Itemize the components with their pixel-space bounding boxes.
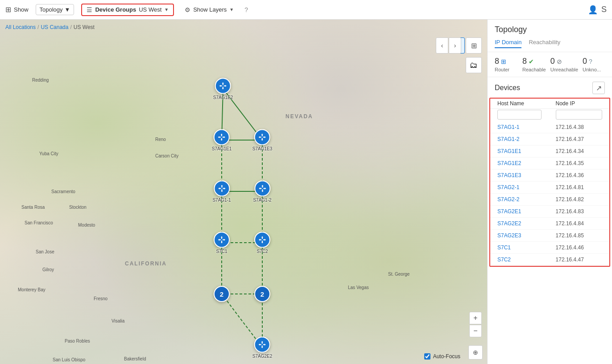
svg-marker-39 — [265, 188, 266, 190]
node-S7AG1E3[interactable]: S7AG1E3 — [252, 129, 272, 151]
svg-marker-12 — [221, 134, 223, 135]
unknown-icon: ? — [589, 58, 592, 65]
node-label-S7AG1-1: S7AG1-1 — [212, 198, 231, 203]
svg-marker-46 — [218, 239, 219, 241]
svg-marker-61 — [261, 347, 263, 348]
svg-marker-38 — [259, 188, 260, 190]
table-row: S7AG1-1 172.16.4.38 — [490, 121, 609, 133]
topology-select[interactable]: Topology ▼ — [36, 4, 74, 15]
auto-focus-bar: Auto-Focus — [424, 353, 460, 360]
svg-marker-47 — [224, 239, 225, 241]
svg-marker-4 — [222, 83, 224, 84]
node-label-S7AG2E2: S7AG2E2 — [252, 354, 272, 359]
layer-icon: 🗂 — [470, 61, 478, 70]
breadcrumb-all-locations[interactable]: All Locations — [5, 24, 36, 30]
node-S7AG1-2[interactable]: S7AG1-2 — [253, 181, 271, 203]
device-hostname[interactable]: S7AG2-1 — [490, 182, 549, 194]
user-icon[interactable]: 👤 — [588, 5, 598, 15]
svg-marker-20 — [261, 134, 263, 135]
panel-header: Topology IP Domain Reachability — [488, 20, 612, 52]
nav-back-button[interactable]: ‹ — [436, 37, 448, 54]
table-row: S7AG1E1 172.16.4.34 — [490, 145, 609, 157]
node-label-S7AG1E3: S7AG1E3 — [252, 146, 272, 151]
panel-tabs: IP Domain Reachability — [495, 39, 605, 48]
table-row: S7AG2-2 172.16.4.82 — [490, 194, 609, 206]
unreachable-count: 0 — [550, 57, 555, 66]
node-S7AG1E2[interactable]: S7AG1E2 — [213, 78, 233, 100]
node-S7AG1-1[interactable]: S7AG1-1 — [212, 181, 231, 203]
node-label-S7AG1E1: S7AG1E1 — [212, 146, 232, 151]
nodeip-filter-input[interactable] — [556, 110, 602, 120]
help-icon[interactable]: ? — [244, 6, 248, 13]
svg-marker-44 — [221, 236, 223, 238]
device-hostname[interactable]: S7C1 — [490, 242, 549, 254]
zoom-out-button[interactable]: − — [469, 325, 482, 337]
device-ip: 172.16.4.82 — [549, 194, 609, 206]
toolbar-right: 👤 S — [588, 5, 607, 15]
svg-marker-53 — [261, 242, 263, 244]
export-button[interactable]: ↗ — [592, 82, 605, 94]
unknown-label: Unkno... — [583, 67, 601, 72]
tab-reachability[interactable]: Reachability — [529, 39, 560, 48]
svg-marker-31 — [224, 188, 225, 190]
reachable-count: 8 — [522, 57, 527, 66]
breadcrumb-current: US West — [74, 24, 95, 30]
right-panel: Topology IP Domain Reachability 8 ⊞ Rout… — [487, 20, 612, 364]
device-ip: 172.16.4.81 — [549, 182, 609, 194]
node-cluster1[interactable]: 2 — [214, 286, 230, 302]
map-area[interactable]: All Locations / US Canada / US West NEVA… — [0, 20, 487, 364]
device-hostname[interactable]: S7AG1-1 — [490, 121, 549, 133]
table-row: S7AG2E1 172.16.4.83 — [490, 206, 609, 218]
svg-marker-55 — [265, 239, 266, 241]
device-ip: 172.16.4.35 — [549, 157, 609, 170]
nav-controls: ‹ › — [436, 37, 461, 54]
breadcrumb-us-canada[interactable]: US Canada — [41, 24, 68, 30]
auto-focus-checkbox[interactable] — [424, 353, 430, 360]
show-layers-button[interactable]: ⚙ Show Layers ▼ — [181, 4, 237, 15]
svg-marker-6 — [219, 85, 221, 87]
node-S7C2[interactable]: S7C2 — [254, 232, 270, 254]
zoom-in-button[interactable]: + — [469, 312, 482, 324]
nav-forward-button[interactable]: › — [449, 37, 461, 54]
layer-toggle-button[interactable]: 🗂 — [466, 57, 482, 73]
node-cluster2[interactable]: 2 — [254, 286, 270, 302]
svg-marker-14 — [218, 136, 219, 138]
device-ip: 172.16.4.34 — [549, 145, 609, 157]
node-S7AG1E1[interactable]: S7AG1E1 — [212, 129, 232, 151]
device-ip: 172.16.4.84 — [549, 218, 609, 230]
device-hostname[interactable]: S7AG2E2 — [490, 218, 549, 230]
svg-marker-62 — [259, 344, 260, 346]
device-hostname[interactable]: S7AG1E1 — [490, 145, 549, 157]
auto-focus-label: Auto-Focus — [433, 353, 460, 360]
node-S7C1[interactable]: S7C1 — [214, 232, 230, 254]
device-hostname[interactable]: S7AG1E2 — [490, 157, 549, 170]
tab-ip-domain[interactable]: IP Domain — [495, 39, 521, 48]
settings-icon[interactable]: S — [601, 5, 607, 14]
show-layers-label: Show Layers — [193, 6, 227, 13]
table-row: S7AG2E2 172.16.4.84 — [490, 218, 609, 230]
hostname-filter-input[interactable] — [497, 110, 542, 120]
svg-marker-13 — [221, 140, 223, 141]
devices-data-table: Host Name Node IP S7AG1-1 172.16.4.38 S7… — [490, 99, 609, 266]
device-hostname[interactable]: S7AG1-2 — [490, 133, 549, 145]
device-groups-button[interactable]: ☰ Device Groups US West ▼ — [81, 4, 174, 16]
breadcrumb: All Locations / US Canada / US West — [5, 24, 95, 30]
node-S7AG2E2[interactable]: S7AG2E2 — [252, 337, 272, 359]
panel-title: Topology — [495, 25, 605, 34]
device-ip: 172.16.4.85 — [549, 230, 609, 242]
device-ip: 172.16.4.83 — [549, 206, 609, 218]
col-hostname: Host Name — [490, 99, 549, 109]
compass-button[interactable]: ⊕ — [468, 345, 483, 360]
device-ip: 172.16.4.47 — [549, 254, 609, 266]
device-hostname[interactable]: S7AG2E3 — [490, 230, 549, 242]
reachable-label: Reachable — [522, 67, 546, 72]
router-count: 8 — [495, 57, 499, 66]
device-hostname[interactable]: S7AG1E3 — [490, 170, 549, 182]
svg-marker-36 — [261, 185, 263, 186]
table-row: S7AG1E2 172.16.4.35 — [490, 157, 609, 170]
device-hostname[interactable]: S7AG2-2 — [490, 194, 549, 206]
node-label-S7C1: S7C1 — [216, 249, 227, 254]
device-hostname[interactable]: S7AG2E1 — [490, 206, 549, 218]
topology-view-button[interactable]: ⊞ — [466, 37, 482, 54]
device-hostname[interactable]: S7C2 — [490, 254, 549, 266]
